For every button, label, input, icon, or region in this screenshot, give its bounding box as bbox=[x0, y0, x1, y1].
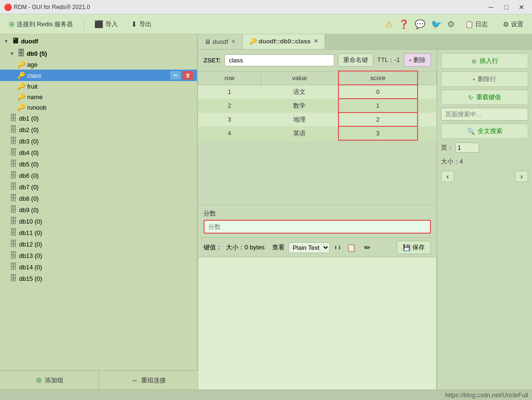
key-fruit-label: fruit bbox=[27, 83, 38, 90]
db3-icon: 🗄 bbox=[10, 137, 17, 145]
sidebar-db3[interactable]: 🗄 db3 (0) bbox=[0, 135, 197, 147]
db4-icon: 🗄 bbox=[10, 148, 17, 157]
key-age-icon: 🔑 bbox=[17, 61, 25, 68]
statusbar: https://blog.csdn.net/UncleFull bbox=[0, 390, 532, 400]
view-label: 查看 bbox=[272, 243, 285, 252]
close-button[interactable]: ✕ bbox=[515, 2, 528, 12]
next-page-button[interactable]: › bbox=[515, 171, 528, 182]
sidebar-db13[interactable]: 🗄 db13 (0) bbox=[0, 250, 197, 261]
cell-row: 1 bbox=[198, 85, 261, 99]
titlebar: 🔴 RDM - GUI for Redis® 2021.0 ─ □ ✕ bbox=[0, 0, 532, 14]
server-name: duodf bbox=[21, 38, 38, 45]
table-row[interactable]: 1 语文 0 bbox=[198, 85, 437, 99]
sidebar-key-runoob[interactable]: 🔑 runoob bbox=[0, 102, 197, 113]
table-row[interactable]: 3 地理 2 bbox=[198, 113, 437, 126]
sidebar-db2[interactable]: 🗄 db2 (0) bbox=[0, 124, 197, 135]
key-class-delete-button[interactable]: 🗑 bbox=[183, 71, 193, 80]
log-icon: 📋 bbox=[465, 21, 473, 28]
page-search-input[interactable] bbox=[441, 108, 528, 121]
key-class-edit-button[interactable]: ✏ bbox=[170, 71, 181, 80]
save-icon: 💾 bbox=[403, 244, 410, 251]
settings-icon-toolbar[interactable]: ⚙ bbox=[447, 19, 455, 30]
sidebar-db9[interactable]: 🗄 db9 (0) bbox=[0, 204, 197, 215]
key-class-icon: 🔑 bbox=[17, 72, 25, 79]
col-row: row bbox=[198, 71, 261, 85]
sidebar-key-age[interactable]: 🔑 age bbox=[0, 59, 197, 70]
sidebar-db0[interactable]: ▼ 🗄 db0 (5) bbox=[0, 48, 197, 59]
db4-label: db4 (0) bbox=[19, 149, 39, 156]
export-button[interactable]: ⬇ 导出 bbox=[126, 18, 156, 31]
save-button[interactable]: 💾 保存 bbox=[397, 241, 431, 254]
right-panel: ⊕ 插入行 ▪ 删除行 ↻ 重载键值 🔍 全文搜索 页： bbox=[437, 50, 532, 400]
help-icon[interactable]: ❓ bbox=[399, 19, 409, 30]
connect-button[interactable]: ⊕ 连接到 Redis 服务器 bbox=[4, 18, 78, 31]
tab-duodf[interactable]: 🖥 duodf ✕ bbox=[198, 34, 243, 49]
sidebar-db15[interactable]: 🗄 db15 (0) bbox=[0, 273, 197, 284]
value-textarea[interactable] bbox=[198, 257, 437, 400]
titlebar-controls: ─ □ ✕ bbox=[484, 2, 528, 12]
key-runoob-label: runoob bbox=[27, 104, 46, 111]
sidebar-db8[interactable]: 🗄 db8 (0) bbox=[0, 193, 197, 204]
col-score: score bbox=[338, 71, 418, 85]
add-group-button[interactable]: ⊕ 添加组 bbox=[0, 371, 99, 390]
split-pane: ZSET: 重命名键 TTL：-1 ▪ 删除 row bbox=[198, 50, 532, 400]
warning-icon[interactable]: ⚠ bbox=[385, 19, 393, 30]
insert-icon: ⊕ bbox=[471, 58, 477, 65]
maximize-button[interactable]: □ bbox=[500, 2, 513, 12]
db13-label: db13 (0) bbox=[19, 252, 42, 259]
insert-row-button[interactable]: ⊕ 插入行 bbox=[441, 53, 528, 69]
rename-key-button[interactable]: 重命名键 bbox=[338, 53, 373, 67]
db2-icon: 🗄 bbox=[10, 125, 17, 134]
db13-icon: 🗄 bbox=[10, 251, 17, 260]
value-bar-label: 键值： bbox=[204, 243, 222, 252]
sidebar-server[interactable]: ▼ 🖥 duodf bbox=[0, 34, 197, 48]
settings-button[interactable]: ⚙ 设置 bbox=[498, 18, 528, 31]
sidebar-db11[interactable]: 🗄 db11 (0) bbox=[0, 227, 197, 238]
minimize-button[interactable]: ─ bbox=[484, 2, 498, 12]
sidebar: ▼ 🖥 duodf ▼ 🗄 db0 (5) 🔑 age 🔑 class ✏ 🗑 … bbox=[0, 34, 198, 400]
reconnect-icon: ↔ bbox=[132, 377, 138, 384]
reload-button[interactable]: ↻ 重载键值 bbox=[441, 90, 528, 105]
sidebar-db4[interactable]: 🗄 db4 (0) bbox=[0, 147, 197, 158]
tab-duodf-close[interactable]: ✕ bbox=[231, 39, 235, 45]
delete-row-button[interactable]: ▪ 删除行 bbox=[441, 72, 528, 87]
score-input[interactable] bbox=[204, 220, 431, 234]
edit-button[interactable]: ✏ bbox=[361, 242, 374, 253]
page-input[interactable] bbox=[455, 143, 479, 153]
cell-value: 数学 bbox=[261, 99, 338, 113]
tab-class-close[interactable]: ✕ bbox=[314, 38, 318, 44]
reconnect-button[interactable]: ↔ 重组连接 bbox=[99, 371, 198, 390]
value-size-label: 大小：0 bytes bbox=[226, 243, 265, 252]
sidebar-key-class[interactable]: 🔑 class ✏ 🗑 bbox=[0, 70, 197, 81]
zset-type-label: ZSET: bbox=[204, 57, 221, 64]
size-info: 大小：4 bbox=[441, 156, 528, 167]
format-select[interactable]: Plain Text JSON XML Hex bbox=[288, 242, 330, 253]
sidebar-db7[interactable]: 🗄 db7 (0) bbox=[0, 181, 197, 193]
db9-label: db9 (0) bbox=[19, 206, 39, 214]
cell-empty bbox=[418, 85, 437, 99]
table-row[interactable]: 2 数学 1 bbox=[198, 99, 437, 113]
zset-key-input[interactable] bbox=[225, 54, 334, 66]
tab-class-icon: 🔑 bbox=[249, 38, 257, 45]
content-area: 🖥 duodf ✕ 🔑 duodf::db0::class ✕ ZSET: 重命… bbox=[198, 34, 532, 400]
db15-icon: 🗄 bbox=[10, 274, 17, 283]
fulltext-button[interactable]: 🔍 全文搜索 bbox=[441, 123, 528, 139]
key-name-label: name bbox=[27, 93, 43, 101]
twitter-icon[interactable]: 🐦 bbox=[431, 19, 441, 30]
delete-key-button[interactable]: ▪ 删除 bbox=[404, 53, 431, 67]
prev-page-button[interactable]: ‹ bbox=[441, 171, 454, 182]
sidebar-db1[interactable]: 🗄 db1 (0) bbox=[0, 113, 197, 124]
copy-button[interactable]: 📋 bbox=[345, 242, 358, 253]
sidebar-db10[interactable]: 🗄 db10 (0) bbox=[0, 215, 197, 227]
sidebar-db5[interactable]: 🗄 db5 (0) bbox=[0, 158, 197, 170]
log-button[interactable]: 📋 日志 bbox=[460, 18, 492, 31]
import-button[interactable]: ⬛ 导入 bbox=[90, 18, 123, 31]
chat-icon[interactable]: 💬 bbox=[415, 19, 425, 30]
sidebar-db6[interactable]: 🗄 db6 (0) bbox=[0, 170, 197, 181]
table-row[interactable]: 4 英语 3 bbox=[198, 126, 437, 140]
sidebar-key-name[interactable]: 🔑 name bbox=[0, 92, 197, 102]
sidebar-db14[interactable]: 🗄 db14 (0) bbox=[0, 261, 197, 273]
tab-class[interactable]: 🔑 duodf::db0::class ✕ bbox=[243, 34, 325, 49]
sidebar-key-fruit[interactable]: 🔑 fruit bbox=[0, 81, 197, 92]
sidebar-db12[interactable]: 🗄 db12 (0) bbox=[0, 238, 197, 250]
